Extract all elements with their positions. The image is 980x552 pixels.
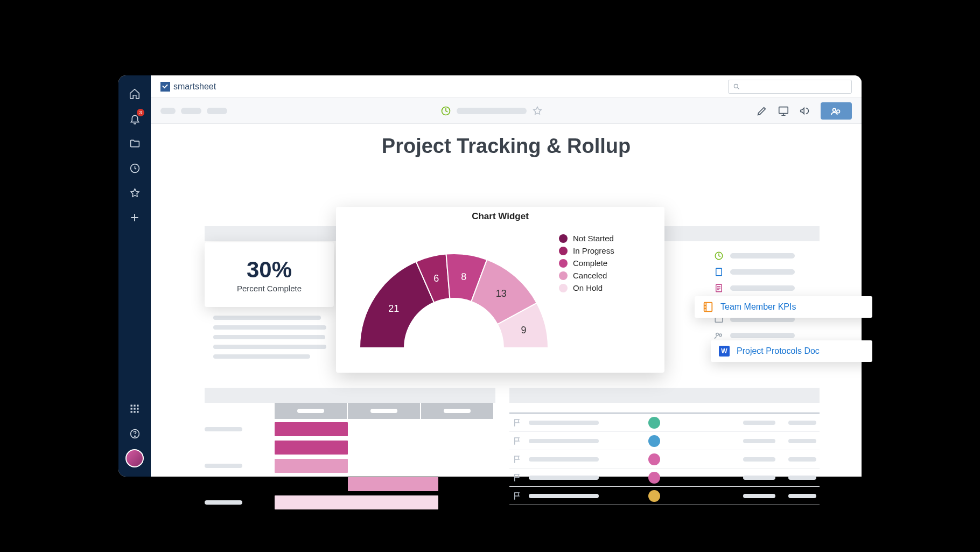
gantt-row[interactable]: [205, 494, 495, 511]
folder-icon[interactable]: [125, 134, 144, 153]
chart-widget-card[interactable]: Chart Widget 2168139 Not StartedIn Progr…: [336, 207, 664, 373]
gantt-header-strip: [205, 388, 495, 403]
topbar: smartsheet: [151, 75, 862, 98]
svg-rect-3: [137, 405, 138, 407]
apps-icon[interactable]: [125, 399, 144, 418]
svg-rect-14: [779, 107, 788, 113]
report-orange-icon: [702, 301, 714, 313]
favorites-icon[interactable]: [125, 183, 144, 202]
flag-icon: [513, 436, 522, 446]
resource-list: [711, 248, 840, 344]
list-item[interactable]: [711, 248, 840, 264]
half-donut-chart: 2168139: [349, 224, 559, 359]
svg-rect-2: [134, 405, 135, 407]
svg-point-16: [837, 110, 840, 113]
dashboard-type-icon: [440, 106, 451, 116]
list-item[interactable]: [711, 280, 840, 296]
table-row[interactable]: [509, 432, 820, 450]
svg-point-25: [716, 333, 719, 336]
legend-item: In Progress: [559, 246, 614, 255]
table-row[interactable]: [509, 450, 820, 469]
table-row[interactable]: [509, 487, 820, 505]
link-label: Project Protocols Doc: [737, 346, 820, 356]
notifications-icon[interactable]: 3: [125, 109, 144, 128]
link-project-protocols-doc[interactable]: W Project Protocols Doc: [711, 340, 872, 362]
kpi-label: Percent Complete: [237, 284, 302, 293]
gantt-widget[interactable]: [205, 403, 495, 511]
table-row[interactable]: [509, 414, 820, 432]
svg-rect-4: [131, 408, 132, 409]
flag-icon: [513, 473, 522, 483]
search-input[interactable]: [728, 80, 852, 94]
svg-rect-9: [137, 411, 138, 413]
doc-title-placeholder: [457, 108, 527, 114]
dashboard-icon: [714, 251, 724, 261]
legend-item: Complete: [559, 258, 614, 268]
share-button[interactable]: [821, 102, 852, 120]
create-icon[interactable]: [125, 208, 144, 227]
table-header-strip: [509, 388, 820, 403]
sidebar: 3: [118, 75, 151, 477]
table-row[interactable]: [509, 469, 820, 487]
actionbar: [151, 98, 862, 124]
svg-text:8: 8: [461, 271, 466, 282]
brand-name: smartsheet: [173, 82, 216, 92]
edit-icon[interactable]: [756, 105, 768, 117]
svg-point-26: [719, 334, 722, 337]
dashboard-content: Project Tracking & Rollup 30% Percent Co…: [151, 124, 862, 477]
flag-icon: [513, 418, 522, 428]
kpi-percent-complete-card[interactable]: 30% Percent Complete: [205, 242, 334, 307]
gantt-row[interactable]: [205, 476, 495, 492]
link-team-member-kpis[interactable]: Team Member KPIs: [695, 296, 872, 318]
svg-rect-5: [134, 408, 135, 409]
gantt-row[interactable]: [205, 439, 495, 456]
page-title: Project Tracking & Rollup: [151, 135, 862, 158]
announce-icon[interactable]: [799, 105, 811, 117]
svg-point-12: [734, 84, 738, 88]
legend-item: Canceled: [559, 271, 614, 280]
sheet-icon: [714, 267, 724, 277]
svg-rect-1: [131, 405, 132, 407]
flag-icon: [513, 491, 522, 501]
chart-legend: Not StartedIn ProgressCompleteCanceledOn…: [559, 224, 614, 296]
legend-item: On Hold: [559, 283, 614, 292]
gantt-row[interactable]: [205, 458, 495, 474]
word-doc-icon: W: [718, 345, 730, 357]
svg-point-15: [833, 108, 836, 111]
main-area: smartsheet: [151, 75, 862, 477]
people-icon: [714, 331, 724, 340]
help-icon[interactable]: [125, 424, 144, 443]
svg-rect-8: [134, 411, 135, 413]
star-icon[interactable]: [532, 106, 543, 116]
svg-text:6: 6: [433, 273, 439, 284]
profile-avatar[interactable]: [125, 449, 144, 468]
present-icon[interactable]: [778, 105, 789, 117]
notification-badge: 3: [137, 109, 144, 116]
svg-rect-6: [137, 408, 138, 409]
logo-mark-icon: [160, 82, 170, 92]
svg-text:13: 13: [496, 288, 507, 299]
svg-text:9: 9: [521, 325, 526, 336]
chart-title: Chart Widget: [336, 211, 664, 222]
table-widget[interactable]: [509, 403, 820, 505]
svg-rect-23: [716, 268, 722, 276]
kpi-value: 30%: [247, 257, 292, 283]
text-widget-placeholder: [213, 316, 332, 364]
svg-rect-27: [704, 303, 712, 312]
link-label: Team Member KPIs: [720, 302, 796, 312]
legend-item: Not Started: [559, 234, 614, 243]
app-frame: 3 smartsheet: [118, 75, 862, 477]
brand-logo[interactable]: smartsheet: [160, 82, 216, 92]
list-item[interactable]: [711, 264, 840, 280]
svg-rect-7: [131, 411, 132, 413]
gantt-row[interactable]: [205, 421, 495, 437]
svg-text:21: 21: [388, 303, 399, 314]
report-icon: [714, 283, 724, 293]
recent-icon[interactable]: [125, 158, 144, 178]
search-icon: [733, 83, 740, 90]
svg-point-11: [134, 436, 135, 436]
flag-icon: [513, 455, 522, 464]
home-icon[interactable]: [125, 84, 144, 103]
breadcrumb: [160, 108, 227, 114]
